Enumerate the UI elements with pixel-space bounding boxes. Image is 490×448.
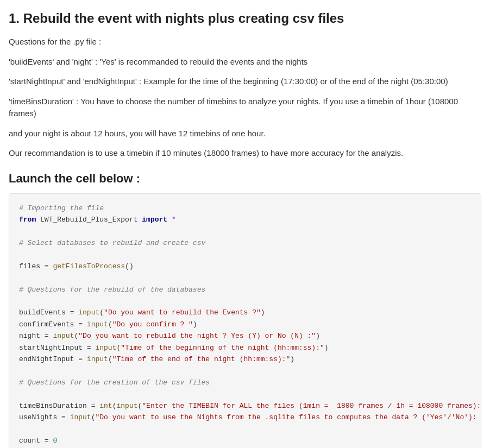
code-files: files = getFilesToProcess() [19, 261, 471, 272]
paragraph-2: 'startNightInput' and 'endNightInput' : … [9, 75, 481, 88]
code-timeBins: timeBinsDuration = int(input("Enter the … [19, 400, 471, 412]
code-startNightInput: startNightInput = input("Time of the beg… [19, 342, 471, 354]
paragraph-4: and your night is about 12 hours, you wi… [9, 128, 481, 140]
paragraph-5: Our recommandation is to use a timebin i… [9, 147, 481, 160]
code-comment-select: # Select databases to rebuild and create… [19, 237, 471, 249]
code-confirmEvents: confirmEvents = input("Do you confirm ? … [19, 319, 471, 330]
code-buildEvents: buildEvents = input("Do you want to rebu… [19, 307, 471, 318]
paragraph-3: 'timeBinsDuration' : You have to choose … [9, 96, 481, 120]
code-endNightInput: endNightInput = input("Time of the end o… [19, 354, 471, 365]
code-count: count = 0 [19, 435, 471, 446]
code-comment-csv: # Questions for the creation of the csv … [19, 377, 471, 388]
code-import: from LWT_Rebuild_Plus_Export import * [19, 214, 471, 225]
code-comment-rebuild: # Questions for the rebuild of the datab… [19, 284, 471, 295]
code-block: # Importing the file from LWT_Rebuild_Pl… [9, 193, 481, 449]
page-title: 1. Rebuild the event with nights plus cr… [9, 11, 481, 26]
paragraph-1: 'buildEvents' and 'night' : 'Yes' is rec… [9, 56, 481, 68]
code-comment-import: # Importing the file [19, 203, 471, 214]
section2-title: Launch the cell below : [9, 172, 481, 186]
code-night: night = input("Do you want to rebuild th… [19, 330, 471, 342]
intro-label: Questions for the .py file : [9, 36, 481, 48]
code-useNights: useNights = input("Do you want to use th… [19, 412, 471, 423]
